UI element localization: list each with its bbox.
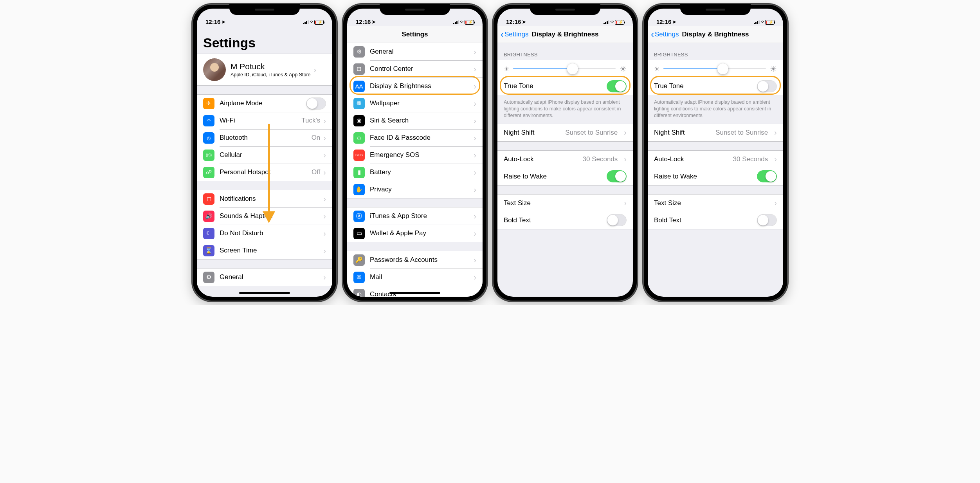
chevron-right-icon: ›	[323, 151, 326, 160]
cellular-icon: ((•))	[203, 150, 214, 161]
status-time: 12:16	[356, 18, 371, 25]
back-button[interactable]: ‹ Settings	[497, 30, 528, 39]
list-item-label: Face ID & Passcode	[370, 134, 431, 142]
row-label: Bold Text	[504, 216, 531, 224]
chevron-left-icon: ‹	[651, 30, 654, 39]
list-item[interactable]: 🔊Sounds & Haptics›	[197, 207, 332, 225]
toggle[interactable]	[306, 97, 326, 110]
row-label: Raise to Wake	[504, 173, 547, 180]
home-indicator[interactable]	[389, 292, 440, 294]
siri-icon: ◉	[353, 115, 365, 126]
true-tone-row[interactable]: True Tone	[648, 77, 783, 95]
raise-to-wake-row[interactable]: Raise to Wake	[497, 168, 633, 185]
notifications-icon: ◻	[203, 193, 214, 205]
sun-large-icon: ☀	[620, 64, 627, 74]
raise-to-wake-row[interactable]: Raise to Wake	[648, 168, 783, 185]
list-item[interactable]: SOSEmergency SOS›	[347, 146, 483, 164]
auto-lock-row[interactable]: Auto-Lock30 Seconds›	[648, 151, 783, 168]
list-item[interactable]: ((•))Cellular›	[197, 146, 332, 164]
location-icon: ➤	[372, 19, 376, 25]
battery-icon: ⚡	[765, 20, 775, 25]
true-tone-row[interactable]: True Tone	[497, 77, 633, 95]
list-item[interactable]: ◻Notifications›	[197, 190, 332, 207]
toggle[interactable]	[757, 214, 777, 226]
text-size-row[interactable]: Text Size›	[648, 195, 783, 212]
signal-icon	[754, 20, 760, 24]
true-tone-footer: Automatically adapt iPhone display based…	[648, 97, 783, 124]
toggle[interactable]	[757, 80, 777, 92]
list-item[interactable]: ✉Mail›	[347, 269, 483, 286]
location-icon: ➤	[522, 19, 526, 25]
home-indicator[interactable]	[239, 292, 290, 294]
bold-text-row[interactable]: Bold Text	[497, 212, 633, 229]
list-item[interactable]: ☍Personal HotspotOff›	[197, 164, 332, 181]
list-item[interactable]: ☺Face ID & Passcode›	[347, 129, 483, 146]
chevron-right-icon: ›	[474, 212, 476, 221]
display-icon: AA	[353, 81, 365, 92]
brightness-slider[interactable]: ☀☀	[497, 60, 633, 77]
phone-frame: 12:16➤ ⌔ ⚡ Settings ⚙General›⊟Control Ce…	[342, 4, 487, 301]
brightness-slider[interactable]: ☀☀	[648, 60, 783, 77]
list-item[interactable]: 🔑Passwords & Accounts›	[347, 251, 483, 269]
list-item[interactable]: ☾Do Not Disturb›	[197, 225, 332, 242]
signal-icon	[453, 20, 459, 24]
row-label: Auto-Lock	[654, 155, 684, 163]
night-shift-row[interactable]: Night ShiftSunset to Sunrise›	[497, 124, 633, 141]
screentime-icon: ⌛	[203, 245, 214, 256]
bluetooth-icon: ⎋	[203, 132, 214, 144]
list-item-label: General	[220, 273, 243, 281]
list-item-label: Wallpaper	[370, 99, 400, 107]
auto-lock-row[interactable]: Auto-Lock30 Seconds›	[497, 151, 633, 168]
chevron-left-icon: ‹	[501, 30, 504, 39]
back-label: Settings	[504, 31, 528, 38]
chevron-right-icon: ›	[474, 151, 476, 160]
status-time: 12:16	[205, 18, 220, 25]
back-label: Settings	[655, 31, 679, 38]
phone-frame: 12:16➤ ⌔ ⚡ ‹ Settings Display & Brightne…	[493, 4, 638, 301]
passwords-icon: 🔑	[353, 254, 365, 266]
bold-text-row[interactable]: Bold Text	[648, 212, 783, 229]
list-item[interactable]: ◉Siri & Search›	[347, 112, 483, 129]
list-item[interactable]: AADisplay & Brightness›	[347, 77, 483, 95]
list-item-label: Mail	[370, 273, 382, 281]
list-item[interactable]: ⌔Wi-FiTuck's›	[197, 112, 332, 129]
text-size-row[interactable]: Text Size›	[497, 195, 633, 212]
toggle[interactable]	[607, 80, 627, 92]
chevron-right-icon: ›	[323, 133, 326, 142]
sounds-icon: 🔊	[203, 211, 214, 222]
wallpaper-icon: ❁	[353, 98, 365, 109]
list-item[interactable]: ⌛Screen Time›	[197, 242, 332, 259]
toggle[interactable]	[607, 170, 627, 182]
toggle[interactable]	[607, 214, 627, 226]
list-item[interactable]: ⎋BluetoothOn›	[197, 129, 332, 146]
list-item[interactable]: ⊟Control Center›	[347, 60, 483, 77]
battery-icon: ▮	[353, 167, 365, 178]
airplane-icon: ✈	[203, 98, 214, 109]
general-icon: ⚙	[353, 46, 365, 58]
list-item-label: General	[370, 48, 393, 56]
row-label: Text Size	[654, 199, 681, 207]
night-shift-row[interactable]: Night ShiftSunset to Sunrise›	[648, 124, 783, 141]
list-item[interactable]: ⚙General›	[197, 269, 332, 286]
true-tone-footer: Automatically adapt iPhone display based…	[497, 97, 633, 124]
list-item[interactable]: ⒶiTunes & App Store›	[347, 207, 483, 225]
wifi-status-icon: ⌔	[310, 19, 313, 25]
page-title: Settings	[197, 26, 332, 54]
list-item[interactable]: ✈Airplane Mode	[197, 95, 332, 112]
list-item[interactable]: ❁Wallpaper›	[347, 95, 483, 112]
chevron-right-icon: ›	[323, 212, 326, 221]
list-item-label: Emergency SOS	[370, 151, 420, 159]
chevron-right-icon: ›	[474, 47, 476, 56]
toggle[interactable]	[757, 170, 777, 182]
back-button[interactable]: ‹ Settings	[648, 30, 679, 39]
chevron-right-icon: ›	[474, 185, 476, 194]
list-item[interactable]: ▭Wallet & Apple Pay›	[347, 225, 483, 242]
list-item[interactable]: ▮Battery›	[347, 164, 483, 181]
profile-row[interactable]: M Potuck Apple ID, iCloud, iTunes & App …	[197, 54, 332, 85]
row-label: Night Shift	[654, 129, 685, 137]
list-item[interactable]: ✋Privacy›	[347, 181, 483, 198]
wifi-status-icon: ⌔	[761, 19, 764, 25]
list-item[interactable]: ⚙General›	[347, 43, 483, 60]
list-item[interactable]: ◐Contacts›	[347, 286, 483, 297]
row-label: Night Shift	[504, 129, 534, 137]
